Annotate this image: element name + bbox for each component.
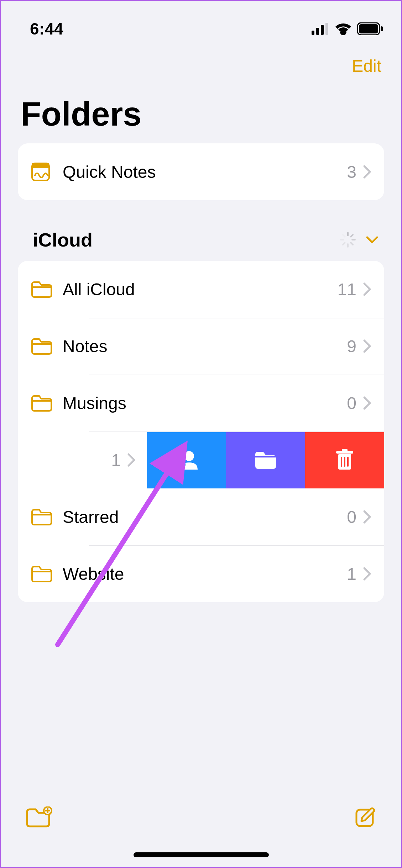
folder-icon — [31, 395, 52, 412]
status-bar: 6:44 — [1, 1, 401, 43]
svg-rect-31 — [347, 457, 349, 467]
folder-count: 0 — [347, 507, 356, 527]
folder-label: All iCloud — [63, 280, 338, 299]
chevron-right-icon — [363, 165, 371, 179]
chevron-right-icon — [363, 396, 371, 410]
quick-notes-icon — [31, 162, 51, 182]
folder-label: Musings — [63, 393, 347, 413]
svg-rect-30 — [344, 457, 345, 467]
quick-notes-card: Quick Notes 3 — [18, 143, 384, 200]
swipe-action-move[interactable] — [226, 432, 305, 488]
swipe-action-share[interactable] — [147, 432, 226, 488]
icloud-folders-card: All iCloud 11 Notes 9 Musings 0 1 — [18, 261, 384, 602]
folder-icon — [31, 565, 52, 582]
folder-count: 0 — [347, 393, 356, 413]
folder-label: Notes — [63, 337, 347, 356]
svg-rect-15 — [340, 239, 344, 240]
svg-rect-24 — [178, 464, 183, 466]
status-icons — [312, 22, 383, 35]
add-person-icon — [174, 449, 199, 471]
swipe-action-delete[interactable] — [305, 432, 384, 488]
folder-count: 9 — [347, 337, 356, 356]
svg-rect-14 — [342, 242, 346, 246]
svg-rect-28 — [342, 449, 348, 452]
folder-icon — [31, 508, 52, 525]
svg-rect-29 — [341, 457, 342, 467]
svg-rect-1 — [316, 28, 319, 35]
folder-icon — [31, 281, 52, 298]
folder-label: Quick Notes — [63, 162, 347, 182]
chevron-right-icon — [363, 510, 371, 524]
folder-row-quick-notes[interactable]: Quick Notes 3 — [18, 143, 384, 200]
folder-count: 1 — [111, 450, 121, 470]
folder-row-musings[interactable]: Musings 0 — [18, 375, 384, 432]
svg-rect-25 — [255, 456, 276, 457]
folder-label: Website — [63, 564, 347, 584]
folder-row-notes[interactable]: Notes 9 — [18, 318, 384, 375]
svg-rect-12 — [350, 242, 354, 246]
chevron-right-icon — [363, 339, 371, 353]
svg-rect-3 — [325, 23, 328, 35]
cellular-icon — [312, 23, 329, 35]
svg-rect-9 — [347, 232, 349, 236]
section-title: iCloud — [33, 229, 339, 251]
loading-spinner-icon — [339, 231, 356, 248]
svg-rect-37 — [45, 810, 50, 811]
folder-count: 3 — [347, 162, 356, 182]
compose-button[interactable] — [354, 806, 377, 829]
folder-row-starred[interactable]: Starred 0 — [18, 488, 384, 545]
swiped-row-content[interactable]: 1 — [18, 432, 147, 488]
svg-rect-10 — [350, 234, 354, 238]
svg-rect-0 — [312, 31, 314, 35]
folder-count: 1 — [347, 564, 356, 584]
home-indicator[interactable] — [134, 852, 269, 857]
battery-icon — [357, 22, 383, 35]
svg-rect-8 — [32, 163, 49, 168]
chevron-right-icon — [363, 567, 371, 581]
folder-move-icon — [254, 450, 277, 470]
nav-bar: Edit — [1, 43, 401, 77]
bottom-toolbar — [1, 789, 401, 846]
edit-button[interactable]: Edit — [352, 56, 381, 76]
folder-label: Starred — [63, 507, 347, 527]
folder-row-all-icloud[interactable]: All iCloud 11 — [18, 261, 384, 318]
status-time: 6:44 — [30, 19, 63, 38]
svg-point-20 — [184, 451, 194, 461]
svg-rect-6 — [381, 26, 383, 31]
section-header-icloud[interactable]: iCloud — [1, 200, 401, 261]
folder-row-swiped[interactable]: 1 — [18, 432, 384, 488]
trash-icon — [335, 449, 354, 471]
svg-rect-11 — [351, 239, 356, 240]
folder-icon — [31, 338, 52, 355]
chevron-right-icon — [127, 453, 136, 467]
svg-rect-2 — [321, 25, 324, 35]
folder-row-website[interactable]: Website 1 — [18, 545, 384, 602]
svg-rect-16 — [342, 234, 346, 238]
chevron-down-icon[interactable] — [366, 235, 378, 244]
new-folder-button[interactable] — [25, 806, 53, 829]
svg-rect-5 — [359, 24, 378, 33]
svg-rect-13 — [347, 243, 349, 248]
wifi-icon — [334, 22, 352, 35]
folder-count: 11 — [338, 280, 356, 299]
chevron-right-icon — [363, 282, 371, 296]
page-title: Folders — [1, 77, 401, 143]
